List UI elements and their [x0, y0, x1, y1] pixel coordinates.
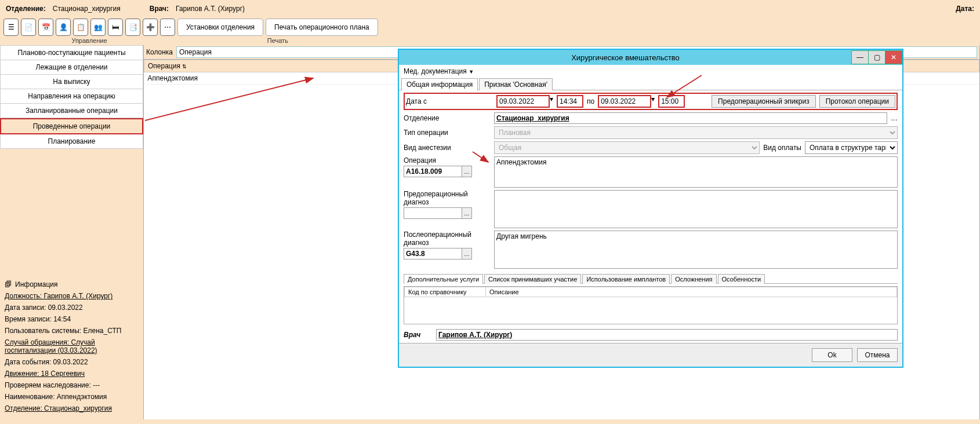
- protocol-button[interactable]: Протокол операции: [819, 95, 895, 108]
- doctor-label: Врач:: [150, 5, 169, 13]
- payment-select[interactable]: Оплата в структуре тарифа: [805, 141, 898, 154]
- info-dept[interactable]: Отделение: Стационар_хирургия: [5, 404, 139, 412]
- op-type-select: Плановая: [494, 126, 898, 139]
- tab-main-flag[interactable]: Признак 'Основная': [479, 78, 553, 90]
- info-position[interactable]: Должность: Гарипов А.Т. (Хирург): [5, 292, 139, 300]
- menu-med-docs[interactable]: Мед. документация ▼: [404, 67, 474, 75]
- tab-general[interactable]: Общая информация: [401, 78, 478, 90]
- doctor-input[interactable]: [436, 329, 898, 341]
- info-name: Наименование: Аппендэктомия: [5, 393, 139, 401]
- inner-table[interactable]: Код по справочнику Описание: [404, 286, 898, 324]
- time-from-input[interactable]: [557, 95, 583, 108]
- dtab-participants[interactable]: Список принимавших участие: [484, 274, 581, 284]
- info-title: Информация: [15, 280, 57, 288]
- ribbon-icon-3[interactable]: 📅: [38, 19, 53, 36]
- label-postop-diag: Послеоперационный диагноз: [404, 231, 491, 247]
- info-event-date: Дата события: 09.03.2022: [5, 358, 139, 366]
- nav-list: Планово-поступающие пациенты Лежащие в о…: [0, 45, 143, 149]
- preop-epicrisis-button[interactable]: Предоперационный эпикриз: [712, 95, 816, 108]
- label-preop-diag: Предоперационный диагноз: [404, 190, 491, 206]
- department-lookup[interactable]: …: [891, 114, 898, 122]
- label-anesthesia: Вид анестезии: [404, 144, 491, 152]
- label-payment: Вид оплаты: [763, 144, 801, 152]
- anesthesia-select: Общая: [494, 141, 760, 154]
- surgery-dialog: Хирургическое вмешательство — ▢ ✕ Мед. д…: [398, 49, 903, 368]
- dept-label: Отделение:: [6, 5, 46, 13]
- postop-text[interactable]: Другая мигрень: [494, 231, 898, 269]
- chevron-down-icon: ▼: [469, 69, 474, 75]
- cancel-button[interactable]: Отмена: [857, 348, 898, 362]
- postop-code-input[interactable]: [404, 248, 462, 259]
- ribbon-icon-more[interactable]: ⋯: [160, 19, 175, 36]
- info-record-date: Дата записи: 09.03.2022: [5, 304, 139, 312]
- date-label: Дата:: [956, 5, 974, 13]
- dtab-extra-services[interactable]: Дополнительные услуги: [404, 274, 483, 284]
- nav-discharge[interactable]: На выписку: [0, 75, 143, 89]
- ribbon-icon-6[interactable]: 👥: [90, 19, 106, 36]
- info-inherit: Проверяем наследование: ---: [5, 381, 139, 389]
- label-doctor: Врач: [404, 331, 433, 339]
- label-to: по: [587, 97, 594, 105]
- nav-op-referrals[interactable]: Направления на операцию: [0, 89, 143, 104]
- operation-code-input[interactable]: [404, 166, 462, 177]
- nav-done-ops[interactable]: Проведенные операции: [0, 118, 143, 134]
- info-panel: 🗐Информация Должность: Гарипов А.Т. (Хир…: [0, 277, 143, 419]
- inner-col-code[interactable]: Код по справочнику: [405, 287, 486, 297]
- ribbon-icon-8[interactable]: 📑: [125, 19, 140, 36]
- ribbon: ☰ 📄 📅 👤 📋 👥 🛏 📑 ➕ ⋯ Управление Установки…: [0, 17, 980, 45]
- print-plan-button[interactable]: Печать операционного плана: [266, 19, 378, 36]
- nav-planned-ops[interactable]: Запланированные операции: [0, 104, 143, 118]
- dept-value[interactable]: Стационар_хирургия: [50, 3, 123, 14]
- label-op-type: Тип операции: [404, 129, 491, 137]
- ribbon-icon-4[interactable]: 👤: [56, 19, 71, 36]
- dialog-title: Хирургическое вмешательство: [399, 53, 852, 62]
- minimize-button[interactable]: —: [851, 50, 869, 64]
- info-movement[interactable]: Движение: 18 Сергеевич: [5, 370, 139, 378]
- postop-code-lookup[interactable]: …: [462, 248, 472, 259]
- nav-planning[interactable]: Планирование: [0, 134, 143, 149]
- label-operation: Операция: [404, 156, 491, 165]
- dtab-features[interactable]: Особенности: [718, 274, 765, 284]
- nav-inpatients[interactable]: Лежащие в отделении: [0, 60, 143, 75]
- ribbon-icon-1[interactable]: ☰: [3, 19, 19, 36]
- date-from-picker[interactable]: ▾: [550, 95, 553, 108]
- operation-code-lookup[interactable]: …: [462, 166, 472, 177]
- sort-icon[interactable]: ⇅: [182, 64, 187, 70]
- top-bar: Отделение: Стационар_хирургия Врач: Гари…: [0, 0, 980, 17]
- time-to-input[interactable]: [658, 95, 685, 108]
- department-input[interactable]: [494, 112, 887, 124]
- col-op[interactable]: Операция: [148, 62, 180, 70]
- label-date-from: Дата с: [406, 97, 493, 105]
- left-sidebar: Планово-поступающие пациенты Лежащие в о…: [0, 45, 144, 419]
- info-user: Пользователь системы: Елена_СТП: [5, 327, 139, 335]
- operation-text[interactable]: Аппендэктомия: [494, 156, 898, 188]
- date-to-input[interactable]: [598, 95, 651, 108]
- date-to-picker[interactable]: ▾: [651, 95, 655, 108]
- inner-col-desc[interactable]: Описание: [486, 287, 897, 297]
- ribbon-group-print-label: Печать: [267, 37, 288, 44]
- dtab-complications[interactable]: Осложнения: [671, 274, 716, 284]
- ribbon-icon-2[interactable]: 📄: [21, 19, 36, 36]
- dialog-titlebar[interactable]: Хирургическое вмешательство — ▢ ✕: [399, 50, 902, 65]
- maximize-button[interactable]: ▢: [868, 50, 885, 64]
- info-icon: 🗐: [5, 280, 12, 288]
- close-button[interactable]: ✕: [885, 50, 902, 64]
- ribbon-icon-5[interactable]: 📋: [73, 19, 88, 36]
- grid-filter-label: Колонка: [146, 48, 173, 56]
- dept-settings-button[interactable]: Установки отделения: [177, 19, 263, 36]
- date-from-input[interactable]: [496, 95, 550, 108]
- nav-planned-incoming[interactable]: Планово-поступающие пациенты: [0, 45, 143, 60]
- info-case[interactable]: Случай обращения: Случай госпитализации …: [5, 338, 139, 354]
- ribbon-icon-7[interactable]: 🛏: [108, 19, 123, 36]
- preop-text[interactable]: [494, 190, 898, 228]
- ok-button[interactable]: Ok: [812, 348, 852, 362]
- doctor-value[interactable]: Гарипов А.Т. (Хирург): [173, 3, 247, 14]
- ribbon-icon-9[interactable]: ➕: [143, 19, 158, 36]
- label-department: Отделение: [404, 114, 491, 122]
- preop-code-lookup[interactable]: …: [462, 207, 472, 219]
- dtab-implants[interactable]: Использование имплантов: [582, 274, 670, 284]
- ribbon-group-manage-label: Управление: [71, 37, 107, 44]
- info-record-time: Время записи: 14:54: [5, 315, 139, 323]
- preop-code-input[interactable]: [404, 207, 462, 219]
